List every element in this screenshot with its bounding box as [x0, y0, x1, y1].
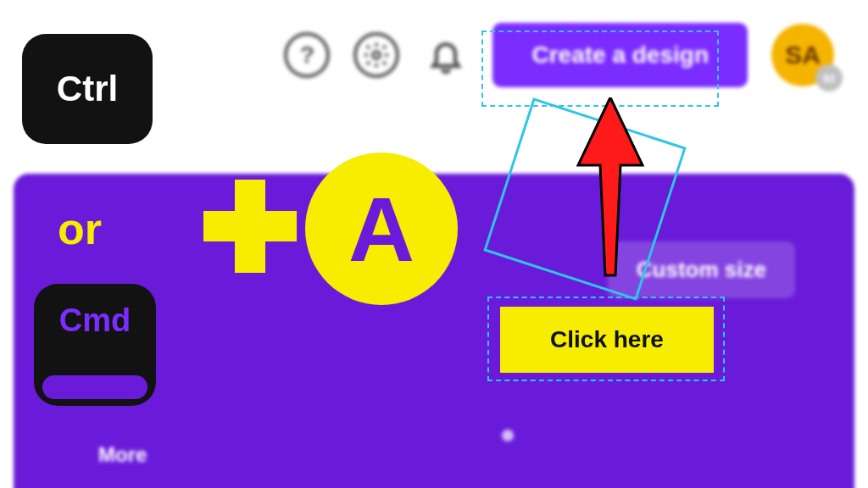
avatar-badge: 92 — [815, 64, 843, 92]
click-here-callout: Click here — [500, 307, 714, 373]
key-ctrl: Ctrl — [22, 34, 153, 144]
avatar-initials: SA — [785, 41, 821, 69]
avatar[interactable]: SA 92 — [771, 24, 834, 86]
plus-icon — [203, 180, 297, 273]
bell-icon[interactable] — [423, 32, 469, 78]
key-cmd: Cmd — [34, 284, 156, 406]
key-a: A — [305, 152, 458, 305]
help-icon[interactable]: ? — [284, 32, 330, 78]
create-design-button[interactable]: Create a design — [492, 23, 748, 87]
custom-size-button[interactable]: Custom size — [608, 241, 795, 298]
more-label[interactable]: More — [98, 443, 147, 467]
gear-icon[interactable] — [353, 32, 399, 78]
indicator-dot — [502, 430, 514, 441]
or-label: or — [58, 203, 102, 254]
svg-point-0 — [373, 52, 381, 59]
